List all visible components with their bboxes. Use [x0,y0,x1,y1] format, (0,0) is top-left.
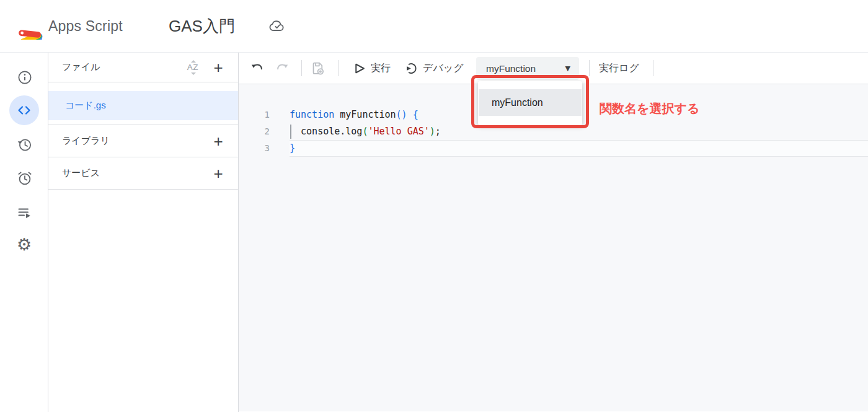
line-number: 1 [239,107,270,123]
function-dropdown-menu: myFunction [478,81,582,125]
code-editor[interactable]: 1 2 3 function myFunction() { console.lo… [239,84,868,411]
triggers-clock-icon[interactable] [17,170,33,186]
editor-code-icon[interactable] [9,95,39,125]
libraries-label: ライブラリ [62,135,211,147]
project-title[interactable]: GAS入門 [169,0,235,53]
toolbar-divider [301,60,302,76]
code-content[interactable]: function myFunction() { console.log('Hel… [290,107,441,157]
app-header: Apps Script GAS入門 [0,0,868,53]
add-file-button[interactable]: + [211,60,226,75]
files-header-row: ファイル AZ + [48,53,238,82]
files-header-label: ファイル [62,61,184,73]
run-button[interactable]: 実行 [353,62,391,75]
sort-az-icon[interactable]: AZ [184,60,202,75]
add-service-button[interactable]: + [211,166,226,181]
file-item-code-gs[interactable]: コード.gs [48,91,238,120]
code-line: console.log('Hello GAS'); [290,123,441,140]
app-name: Apps Script [48,0,123,53]
toolbar-divider [653,60,653,76]
menu-item-myfunction[interactable]: myFunction [479,89,582,116]
sort-up-arrow-icon [191,60,196,63]
debug-label: デバッグ [423,62,464,75]
services-section: サービス + [48,157,238,190]
editor-toolbar: 実行 デバッグ myFunction ▼ 実行ログ [239,53,868,84]
settings-gear-icon[interactable]: ⚙ [17,237,33,253]
file-name: コード.gs [65,100,106,112]
function-selector-dropdown[interactable]: myFunction ▼ [476,57,579,80]
services-label: サービス [62,167,211,179]
play-icon [353,62,366,75]
redo-button[interactable] [275,61,290,76]
left-icon-rail: ⚙ [0,53,48,412]
annotation-text: 関数名を選択する [600,100,699,117]
run-label: 実行 [371,62,391,75]
apps-script-logo-icon[interactable] [16,12,45,40]
sort-letters: AZ [187,63,198,72]
line-number: 2 [239,123,270,140]
project-history-icon[interactable] [17,137,33,153]
debug-icon [404,61,418,76]
undo-button[interactable] [250,61,265,76]
spacer [48,120,238,125]
overview-info-icon[interactable] [17,69,33,85]
libraries-section: ライブラリ + [48,125,238,157]
debug-button[interactable]: デバッグ [404,61,464,76]
add-library-button[interactable]: + [211,134,226,149]
executions-list-icon[interactable] [17,205,33,221]
execution-log-button[interactable]: 実行ログ [599,53,639,84]
cloud-saved-icon[interactable] [269,18,286,35]
code-line: } [290,140,441,157]
toolbar-divider [338,60,339,76]
save-project-button[interactable] [309,60,326,77]
line-number: 3 [239,140,270,157]
toolbar-divider [589,60,590,76]
code-line: function myFunction() { [290,107,441,123]
chevron-down-icon: ▼ [565,64,570,72]
files-sidebar: ファイル AZ + コード.gs ライブラリ + サービス + [48,53,239,412]
sort-down-arrow-icon [191,72,196,75]
selected-function-name: myFunction [486,63,536,74]
indent-guide [290,125,291,139]
line-number-gutter: 1 2 3 [239,107,270,157]
